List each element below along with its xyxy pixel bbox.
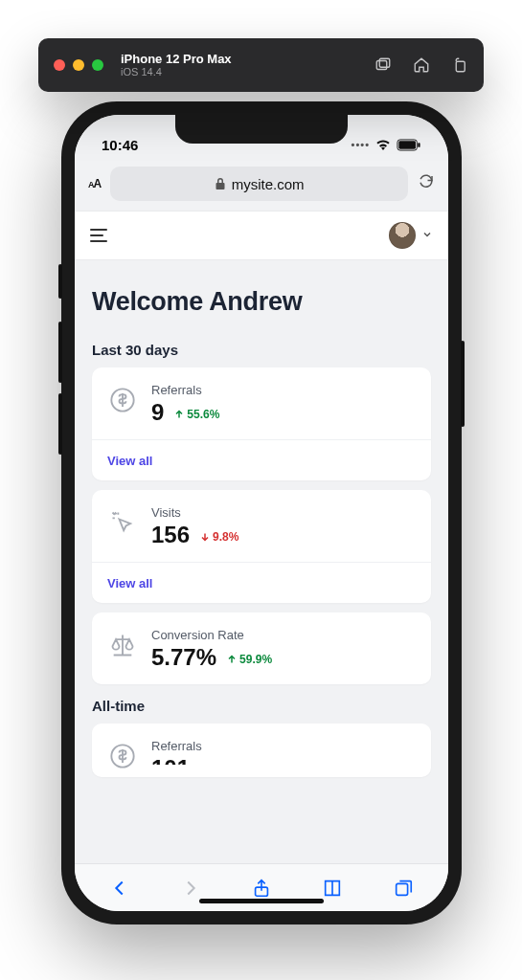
metric-value: 101: [151, 755, 190, 765]
safari-url-bar: AA mysite.com: [75, 161, 448, 211]
svg-rect-0: [376, 61, 387, 70]
app-header: [75, 211, 448, 260]
arrow-down-icon: [199, 531, 211, 543]
share-icon[interactable]: [251, 878, 272, 899]
metric-label: Referrals: [151, 739, 416, 753]
forward-icon[interactable]: [180, 878, 201, 899]
svg-rect-2: [456, 61, 465, 72]
tabs-icon[interactable]: [393, 878, 414, 899]
home-icon[interactable]: [413, 56, 430, 74]
scale-icon: [107, 628, 138, 658]
safari-toolbar: [75, 863, 448, 911]
metric-delta: 59.9%: [226, 653, 272, 666]
section-alltime-title: All-time: [92, 698, 431, 714]
view-all-link[interactable]: View all: [107, 454, 152, 468]
metric-value: 9: [151, 399, 164, 426]
close-window-icon[interactable]: [54, 59, 65, 71]
reader-mode-icon[interactable]: AA: [88, 177, 101, 190]
click-icon: [107, 505, 138, 536]
home-indicator[interactable]: [199, 899, 324, 903]
simulator-device-name: iPhone 12 Pro Max: [121, 53, 232, 67]
zoom-window-icon[interactable]: [92, 59, 103, 71]
user-menu[interactable]: [389, 222, 433, 249]
view-all-link[interactable]: View all: [107, 576, 152, 590]
status-time: 10:46: [102, 137, 138, 153]
svg-rect-4: [398, 141, 416, 148]
reload-icon[interactable]: [418, 173, 435, 194]
metric-label: Conversion Rate: [151, 628, 416, 642]
section-last30-title: Last 30 days: [92, 342, 431, 358]
rotate-icon[interactable]: [451, 56, 468, 74]
wifi-icon: [375, 139, 391, 150]
metric-delta: 9.8%: [199, 530, 238, 544]
lock-icon: [215, 177, 226, 190]
metric-value: 5.77%: [151, 644, 216, 671]
cellular-icon: ••••: [352, 139, 370, 150]
svg-rect-5: [418, 143, 420, 147]
dollar-icon: [107, 739, 138, 769]
card-conversion: Conversion Rate 5.77% 59.9%: [92, 612, 431, 684]
screenshot-icon[interactable]: [374, 56, 392, 74]
url-field[interactable]: mysite.com: [110, 167, 408, 201]
chevron-down-icon: [421, 227, 433, 244]
phone-notch: [175, 115, 348, 144]
simulator-os-version: iOS 14.4: [121, 66, 232, 78]
page-content: Welcome Andrew Last 30 days Referrals 9: [75, 260, 448, 863]
back-icon[interactable]: [109, 878, 130, 899]
simulator-title-block: iPhone 12 Pro Max iOS 14.4: [121, 53, 232, 78]
menu-icon[interactable]: [90, 229, 107, 242]
arrow-up-icon: [173, 409, 185, 420]
battery-icon: [397, 139, 421, 151]
metric-value: 156: [151, 522, 190, 548]
dollar-icon: [107, 383, 138, 413]
minimize-window-icon[interactable]: [73, 59, 84, 71]
card-alltime-referrals: Referrals 101: [92, 724, 431, 777]
arrow-up-icon: [226, 654, 238, 665]
window-controls: [54, 59, 103, 71]
metric-label: Visits: [151, 505, 416, 520]
simulator-toolbar: iPhone 12 Pro Max iOS 14.4: [38, 38, 484, 92]
url-domain: mysite.com: [232, 176, 305, 192]
phone-screen: 10:46 •••• AA mysite.com: [75, 115, 448, 911]
page-title: Welcome Andrew: [92, 287, 431, 317]
card-visits: Visits 156 9.8% View all: [92, 490, 431, 603]
avatar: [389, 222, 416, 249]
svg-rect-1: [379, 58, 390, 67]
metric-label: Referrals: [151, 383, 416, 397]
bookmarks-icon[interactable]: [322, 878, 343, 899]
metric-delta: 55.6%: [173, 408, 219, 421]
svg-rect-9: [397, 883, 408, 895]
phone-frame: 10:46 •••• AA mysite.com: [61, 101, 462, 924]
card-referrals: Referrals 9 55.6% View all: [92, 368, 431, 480]
